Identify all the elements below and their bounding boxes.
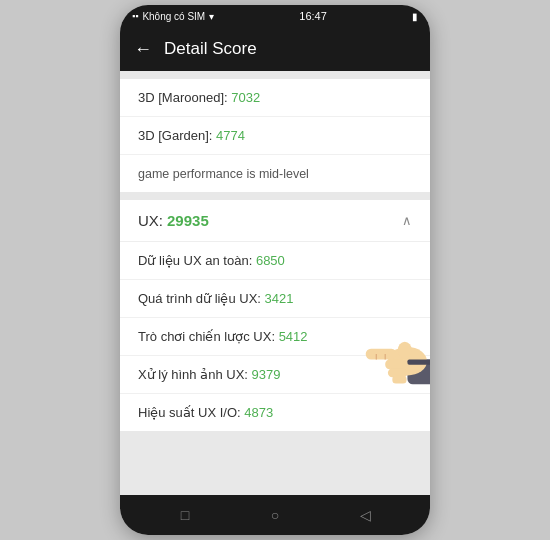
ux-item-3: Xử lý hình ảnh UX: 9379 — [120, 356, 430, 394]
ux-label: UX: — [138, 212, 163, 229]
ux-item-0: Dữ liệu UX an toàn: 6850 — [120, 242, 430, 280]
wifi-icon: ▾ — [209, 11, 214, 22]
nav-back-icon[interactable]: ◁ — [345, 507, 385, 523]
page-title: Detail Score — [164, 39, 257, 59]
game-marooned-label: 3D [Marooned]: — [138, 90, 228, 105]
game-item-marooned: 3D [Marooned]: 7032 — [120, 79, 430, 117]
ux-item-1-label: Quá trình dữ liệu UX: — [138, 291, 261, 306]
time-display: 16:47 — [299, 10, 327, 22]
nav-bar: □ ○ ◁ — [120, 495, 430, 535]
carrier-text: Không có SIM — [142, 11, 205, 22]
back-button[interactable]: ← — [134, 39, 152, 60]
ux-section: UX: 29935 ∧ Dữ liệu UX an toàn: 6850 Quá… — [120, 200, 430, 431]
ux-item-2-label: Trò chơi chiến lược UX: — [138, 329, 275, 344]
ux-item-1-score: 3421 — [265, 291, 294, 306]
game-mid-level-label: game performance is mid-level — [138, 167, 309, 181]
ux-item-0-score: 6850 — [256, 253, 285, 268]
ux-title-row: UX: 29935 — [138, 212, 209, 229]
battery-icon: ▮ — [412, 11, 418, 22]
ux-item-4-label: Hiệu suất UX I/O: — [138, 405, 241, 420]
ux-section-header[interactable]: UX: 29935 ∧ — [120, 200, 430, 242]
ux-item-3-label: Xử lý hình ảnh UX: — [138, 367, 248, 382]
nav-square-icon[interactable]: □ — [165, 507, 205, 523]
game-garden-label: 3D [Garden]: — [138, 128, 212, 143]
ux-item-2: Trò chơi chiến lược UX: 5412 — [120, 318, 430, 356]
game-performance-text: game performance is mid-level — [120, 155, 430, 192]
status-bar: ▪▪ Không có SIM ▾ 16:47 ▮ — [120, 5, 430, 27]
game-item-garden: 3D [Garden]: 4774 — [120, 117, 430, 155]
ux-item-4: Hiệu suất UX I/O: 4873 — [120, 394, 430, 431]
game-section-card: 3D [Marooned]: 7032 3D [Garden]: 4774 ga… — [120, 79, 430, 192]
ux-item-4-score: 4873 — [244, 405, 273, 420]
game-garden-score: 4774 — [216, 128, 245, 143]
phone-frame: ▪▪ Không có SIM ▾ 16:47 ▮ ← Detail Score… — [120, 5, 430, 535]
game-marooned-score: 7032 — [231, 90, 260, 105]
status-left: ▪▪ Không có SIM ▾ — [132, 11, 214, 22]
ux-item-3-score: 9379 — [252, 367, 281, 382]
chevron-up-icon: ∧ — [402, 213, 412, 228]
nav-circle-icon[interactable]: ○ — [255, 507, 295, 523]
ux-item-2-score: 5412 — [279, 329, 308, 344]
scroll-content: 3D [Marooned]: 7032 3D [Garden]: 4774 ga… — [120, 71, 430, 495]
ux-total-score: 29935 — [167, 212, 209, 229]
status-right: ▮ — [412, 11, 418, 22]
ux-item-1: Quá trình dữ liệu UX: 3421 — [120, 280, 430, 318]
signal-icon: ▪▪ — [132, 11, 138, 21]
app-header: ← Detail Score — [120, 27, 430, 71]
ux-item-0-label: Dữ liệu UX an toàn: — [138, 253, 252, 268]
